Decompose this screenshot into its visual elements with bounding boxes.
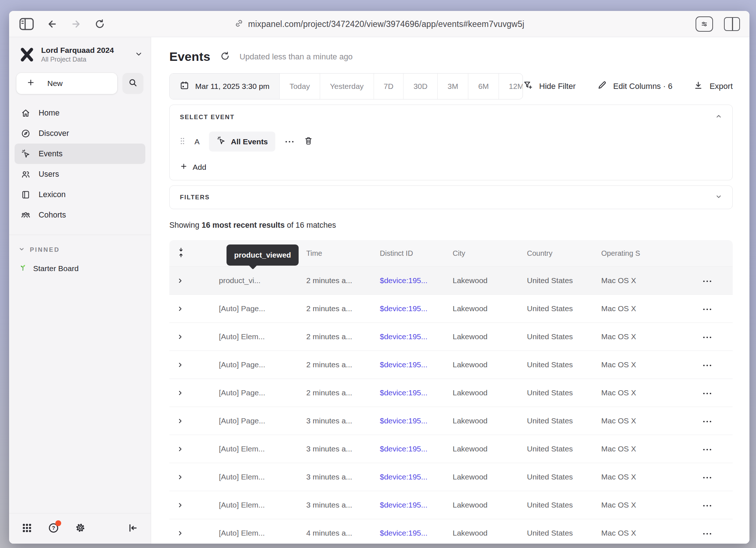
row-actions-icon[interactable] [681, 388, 733, 398]
sidebar-toggle-icon[interactable] [19, 18, 34, 30]
table-row[interactable]: [Auto] Page...2 minutes a...$device:195.… [169, 294, 733, 322]
table-row[interactable]: [Auto] Elem...3 minutes a...$device:195.… [169, 435, 733, 463]
col-city[interactable]: City [453, 249, 527, 258]
time-cell: 4 minutes a... [306, 529, 380, 537]
distinct-id-link[interactable]: $device:195... [380, 473, 453, 481]
row-actions-icon[interactable] [681, 500, 733, 510]
add-event-button[interactable]: Add [180, 163, 206, 172]
row-actions-icon[interactable] [681, 472, 733, 482]
pinned-section-header[interactable]: PINNED [19, 246, 151, 254]
expand-row-icon[interactable] [169, 333, 192, 340]
distinct-id-link[interactable]: $device:195... [380, 360, 453, 369]
forward-icon[interactable] [70, 19, 82, 30]
col-os[interactable]: Operating S [601, 249, 681, 258]
row-actions-icon[interactable] [681, 304, 733, 313]
chevron-down-icon [135, 50, 143, 59]
event-icon [216, 136, 226, 147]
project-switcher[interactable]: Lord Farquaad 2024 All Project Data [19, 46, 143, 63]
table-row[interactable]: [Auto] Elem...3 minutes a...$device:195.… [169, 491, 733, 519]
expand-row-icon[interactable] [169, 418, 192, 424]
col-time[interactable]: Time [306, 249, 380, 258]
col-distinct-id[interactable]: Distinct ID [380, 249, 453, 258]
expand-row-icon[interactable] [169, 390, 192, 396]
drag-handle-icon[interactable] [180, 137, 185, 146]
event-name-cell: [Auto] Page... [219, 360, 306, 369]
chevron-up-icon[interactable] [715, 113, 722, 121]
table-row[interactable]: product_vi...2 minutes a...$device:195..… [169, 266, 733, 294]
table-row[interactable]: [Auto] Page...2 minutes a...$device:195.… [169, 379, 733, 407]
sidebar-item-label: Home [39, 109, 59, 118]
export-button[interactable]: Export [693, 81, 733, 93]
sidebar-item-lexicon[interactable]: Lexicon [15, 184, 145, 205]
city-cell: Lakewood [453, 304, 527, 313]
help-icon[interactable]: ? [48, 522, 59, 535]
table-row[interactable]: [Auto] Elem...3 minutes a...$device:195.… [169, 463, 733, 491]
city-cell: Lakewood [453, 388, 527, 397]
expand-row-icon[interactable] [169, 530, 192, 537]
sidebar-item-cohorts[interactable]: Cohorts [15, 205, 145, 225]
reload-icon[interactable] [94, 19, 105, 30]
expand-row-icon[interactable] [169, 502, 192, 509]
collapse-sidebar-icon[interactable] [127, 522, 138, 535]
sidebar-item-events[interactable]: Events [15, 144, 145, 164]
distinct-id-link[interactable]: $device:195... [380, 388, 453, 397]
collapse-all-rows-icon[interactable] [169, 247, 192, 259]
pinned-item-starter-board[interactable]: Starter Board [19, 263, 151, 274]
table-row[interactable]: [Auto] Elem...4 minutes a...$device:195.… [169, 519, 733, 544]
col-country[interactable]: Country [527, 249, 601, 258]
row-actions-icon[interactable] [681, 528, 733, 538]
expand-row-icon[interactable] [169, 361, 192, 368]
chevron-down-icon[interactable] [715, 193, 722, 201]
hide-filter-button[interactable]: Hide Filter [523, 80, 576, 93]
distinct-id-link[interactable]: $device:195... [380, 501, 453, 509]
search-button[interactable] [122, 73, 143, 94]
distinct-id-link[interactable]: $device:195... [380, 332, 453, 341]
expand-row-icon[interactable] [169, 305, 192, 312]
time-cell: 2 minutes a... [306, 360, 380, 369]
table-row[interactable]: [Auto] Page...3 minutes a...$device:195.… [169, 407, 733, 435]
table-row[interactable]: [Auto] Page...2 minutes a...$device:195.… [169, 351, 733, 379]
sidebar-item-home[interactable]: Home [15, 103, 145, 123]
refresh-icon[interactable] [220, 51, 230, 63]
expand-row-icon[interactable] [169, 446, 192, 453]
distinct-id-link[interactable]: $device:195... [380, 529, 453, 537]
event-name-cell: [Auto] Elem... [219, 332, 306, 341]
pencil-icon [597, 80, 607, 93]
settings-gear-icon[interactable] [75, 522, 86, 535]
sidebar-item-users[interactable]: Users [15, 164, 145, 184]
row-actions-icon[interactable] [681, 276, 733, 285]
os-cell: Mac OS X [601, 276, 681, 285]
new-button[interactable]: New [16, 73, 117, 94]
row-actions-icon[interactable] [681, 332, 733, 341]
expand-row-icon[interactable] [169, 277, 192, 284]
date-picker[interactable]: Mar 11, 2025 3:30 pm [170, 74, 280, 99]
row-actions-icon[interactable] [681, 360, 733, 369]
distinct-id-link[interactable]: $device:195... [380, 445, 453, 453]
split-view-icon[interactable] [724, 17, 740, 31]
range-today[interactable]: Today [280, 74, 320, 99]
table-row[interactable]: [Auto] Elem...2 minutes a...$device:195.… [169, 322, 733, 351]
more-options-icon[interactable] [285, 138, 294, 145]
distinct-id-link[interactable]: $device:195... [380, 276, 453, 285]
expand-row-icon[interactable] [169, 474, 192, 481]
trash-icon[interactable] [304, 136, 313, 147]
range-30d[interactable]: 30D [403, 74, 438, 99]
range-yesterday[interactable]: Yesterday [320, 74, 374, 99]
distinct-id-link[interactable]: $device:195... [380, 416, 453, 425]
apps-grid-icon[interactable] [21, 522, 32, 535]
plus-icon [180, 163, 188, 172]
browser-settings-icon[interactable] [696, 16, 713, 32]
row-actions-icon[interactable] [681, 416, 733, 426]
date-range-control: Mar 11, 2025 3:30 pm TodayYesterday7D30D… [169, 73, 523, 99]
range-3m[interactable]: 3M [438, 74, 468, 99]
event-selector-chip[interactable]: All Events [209, 132, 275, 152]
range-7d[interactable]: 7D [374, 74, 404, 99]
range-6m[interactable]: 6M [468, 74, 499, 99]
back-icon[interactable] [46, 19, 58, 30]
sidebar-item-discover[interactable]: Discover [15, 123, 145, 144]
edit-columns-button[interactable]: Edit Columns · 6 [597, 80, 673, 93]
range-12m[interactable]: 12M [499, 74, 523, 99]
row-actions-icon[interactable] [681, 444, 733, 454]
distinct-id-link[interactable]: $device:195... [380, 304, 453, 313]
address-bar[interactable]: mixpanel.com/project/3472420/view/397469… [234, 19, 524, 29]
